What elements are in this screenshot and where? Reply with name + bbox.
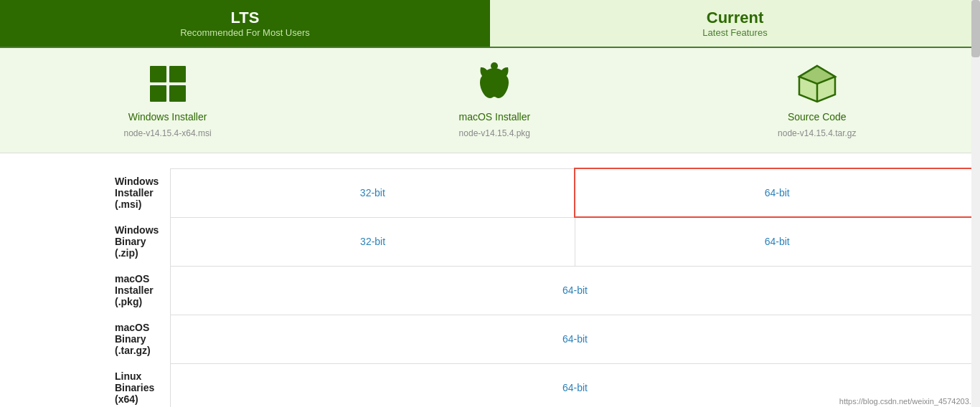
source-code-label: Source Code xyxy=(788,111,847,123)
macos-installer-icon-item[interactable]: macOS Installer node-v14.15.4.pkg xyxy=(459,62,531,138)
svg-point-4 xyxy=(491,62,498,70)
row-label-windows-zip: Windows Binary (.zip) xyxy=(0,217,171,266)
windows-msi-32bit[interactable]: 32-bit xyxy=(171,168,575,217)
current-title: Current xyxy=(504,9,966,27)
svg-rect-0 xyxy=(150,66,166,82)
table-row: Windows Installer (.msi) 32-bit 64-bit xyxy=(0,168,979,217)
windows-installer-label: Windows Installer xyxy=(128,111,207,123)
apple-icon xyxy=(473,62,516,105)
macos-pkg-64bit[interactable]: 64-bit xyxy=(171,266,979,315)
svg-rect-2 xyxy=(150,85,166,102)
current-subtitle: Latest Features xyxy=(504,27,966,38)
table-row: Linux Binaries (x64) 64-bit xyxy=(0,363,979,407)
scrollbar[interactable] xyxy=(971,0,980,407)
macos-installer-label: macOS Installer xyxy=(459,111,531,123)
windows-zip-64bit[interactable]: 64-bit xyxy=(575,217,979,266)
table-row: Windows Binary (.zip) 32-bit 64-bit xyxy=(0,217,979,266)
downloads-table: Windows Installer (.msi) 32-bit 64-bit W… xyxy=(0,168,980,407)
lts-title: LTS xyxy=(14,9,476,27)
macos-installer-filename: node-v14.15.4.pkg xyxy=(459,128,530,138)
platform-icons-row: Windows Installer node-v14.15.4-x64.msi … xyxy=(0,48,980,153)
macos-tar-64bit[interactable]: 64-bit xyxy=(171,315,979,363)
windows-msi-64bit[interactable]: 64-bit xyxy=(575,168,979,217)
tab-lts[interactable]: LTS Recommended For Most Users xyxy=(0,0,490,47)
windows-installer-filename: node-v14.15.4-x64.msi xyxy=(123,128,211,138)
source-code-icon-item[interactable]: Source Code node-v14.15.4.tar.gz xyxy=(778,62,856,138)
row-label-linux-x64: Linux Binaries (x64) xyxy=(0,363,171,407)
scrollbar-thumb[interactable] xyxy=(971,0,980,57)
windows-icon xyxy=(146,62,189,105)
box-icon xyxy=(796,62,839,105)
lts-subtitle: Recommended For Most Users xyxy=(14,27,476,38)
url-bar: https://blog.csdn.net/weixin_4574203... xyxy=(835,396,980,407)
svg-rect-3 xyxy=(169,85,186,102)
row-label-macos-tar: macOS Binary (.tar.gz) xyxy=(0,315,171,363)
table-row: macOS Binary (.tar.gz) 64-bit xyxy=(0,315,979,363)
svg-rect-1 xyxy=(169,66,186,82)
version-tabs: LTS Recommended For Most Users Current L… xyxy=(0,0,980,48)
table-row: macOS Installer (.pkg) 64-bit xyxy=(0,266,979,315)
row-label-macos-pkg: macOS Installer (.pkg) xyxy=(0,266,171,315)
row-label-windows-msi: Windows Installer (.msi) xyxy=(0,168,171,217)
windows-zip-32bit[interactable]: 32-bit xyxy=(171,217,575,266)
tab-current[interactable]: Current Latest Features xyxy=(490,0,980,47)
windows-installer-icon-item[interactable]: Windows Installer node-v14.15.4-x64.msi xyxy=(123,62,211,138)
source-code-filename: node-v14.15.4.tar.gz xyxy=(778,128,856,138)
